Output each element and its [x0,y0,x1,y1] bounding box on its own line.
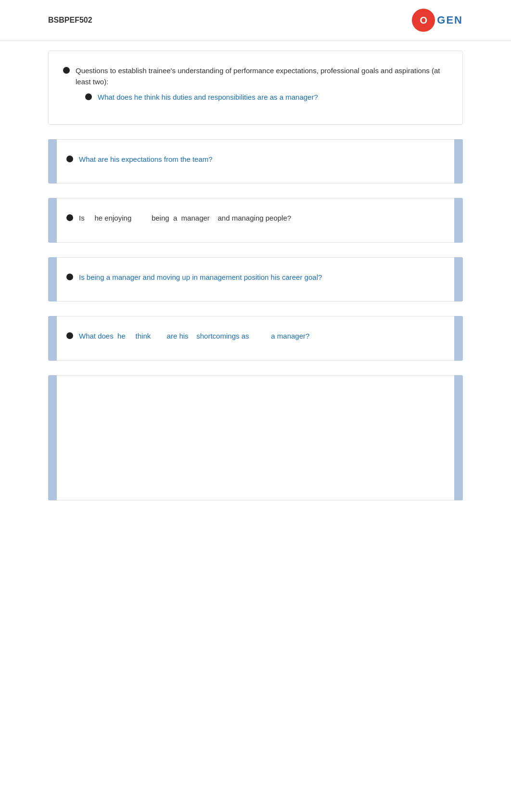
card-1: Questions to establish trainee's underst… [48,51,463,125]
list-item: What are his expectations from the team? [66,154,440,165]
side-bar-right [454,316,463,361]
logo-letter: O [420,15,428,26]
card-3: Is he enjoying being a manager and manag… [48,198,463,243]
side-bar-right [454,139,463,184]
bullet-icon [66,332,73,339]
page-header: BSBPEF502 O GEN [0,0,511,41]
card-inner: What are his expectations from the team? [57,139,454,184]
side-bar-left [48,316,57,361]
side-bar-left [48,139,57,184]
bullet-icon [66,214,73,221]
card-4: Is being a manager and moving up in mana… [48,257,463,302]
logo-circle: O [412,9,435,32]
card-5: What does he think are his shortcomings … [48,316,463,361]
card-inner: Is being a manager and moving up in mana… [57,257,454,302]
logo-text: GEN [437,14,463,26]
bullet-text: Is he enjoying being a manager and manag… [79,213,291,224]
side-bar-right [454,257,463,302]
card-6 [48,375,463,500]
side-bar-right [454,375,463,500]
course-code: BSBPEF502 [48,16,92,25]
side-bar-left [48,375,57,500]
list-item: What does he think his duties and respon… [85,92,448,103]
card-inner: What does he think are his shortcomings … [57,316,454,361]
bullet-text: What does he think his duties and respon… [98,92,318,103]
bullet-icon [63,67,70,74]
list-item: Is being a manager and moving up in mana… [66,272,440,283]
logo: O GEN [412,9,463,32]
bullet-icon [85,93,92,100]
list-item: Is he enjoying being a manager and manag… [66,213,440,224]
side-bar-right [454,198,463,243]
bullet-text: Is being a manager and moving up in mana… [79,272,322,283]
main-content: Questions to establish trainee's underst… [0,51,511,500]
list-item: What does he think are his shortcomings … [66,331,440,342]
bullet-content: Questions to establish trainee's underst… [76,65,448,106]
bullet-text: What are his expectations from the team? [79,154,213,165]
card-inner: Is he enjoying being a manager and manag… [57,198,454,243]
side-bar-left [48,257,57,302]
bullet-text: What does he think are his shortcomings … [79,331,309,342]
card-inner [57,375,454,500]
list-item: Questions to establish trainee's underst… [63,65,448,106]
sub-bullet-list: What does he think his duties and respon… [85,92,448,103]
side-bar-left [48,198,57,243]
card-2: What are his expectations from the team? [48,139,463,184]
bullet-icon [66,274,73,280]
bullet-text: Questions to establish trainee's underst… [76,66,440,86]
bullet-icon [66,156,73,162]
